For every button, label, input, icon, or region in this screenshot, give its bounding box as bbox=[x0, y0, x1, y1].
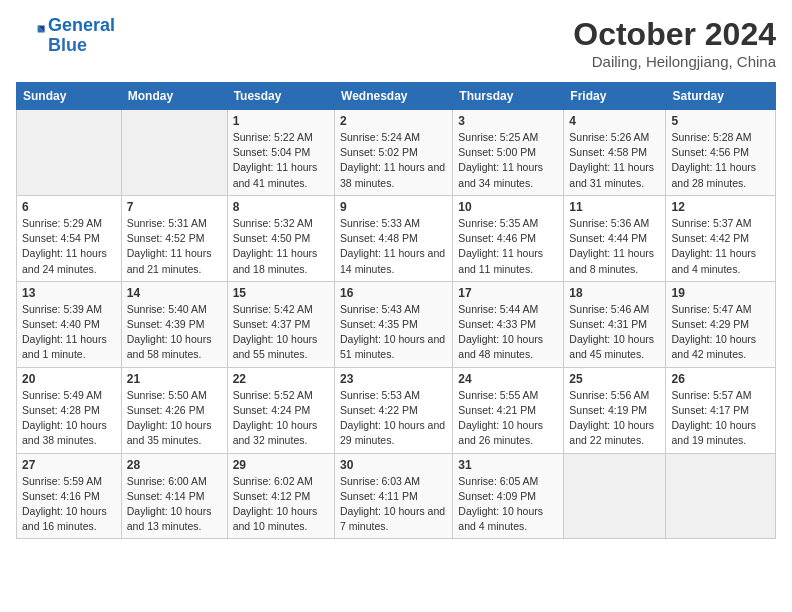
day-info: Sunrise: 5:36 AM Sunset: 4:44 PM Dayligh… bbox=[569, 216, 660, 277]
logo-icon bbox=[18, 20, 46, 48]
calendar-cell: 6Sunrise: 5:29 AM Sunset: 4:54 PM Daylig… bbox=[17, 195, 122, 281]
calendar-cell: 19Sunrise: 5:47 AM Sunset: 4:29 PM Dayli… bbox=[666, 281, 776, 367]
col-header-sunday: Sunday bbox=[17, 83, 122, 110]
day-info: Sunrise: 5:24 AM Sunset: 5:02 PM Dayligh… bbox=[340, 130, 447, 191]
calendar-cell: 27Sunrise: 5:59 AM Sunset: 4:16 PM Dayli… bbox=[17, 453, 122, 539]
calendar-cell: 20Sunrise: 5:49 AM Sunset: 4:28 PM Dayli… bbox=[17, 367, 122, 453]
day-number: 22 bbox=[233, 372, 329, 386]
day-number: 27 bbox=[22, 458, 116, 472]
calendar-cell: 8Sunrise: 5:32 AM Sunset: 4:50 PM Daylig… bbox=[227, 195, 334, 281]
calendar-week-row: 27Sunrise: 5:59 AM Sunset: 4:16 PM Dayli… bbox=[17, 453, 776, 539]
col-header-thursday: Thursday bbox=[453, 83, 564, 110]
day-number: 24 bbox=[458, 372, 558, 386]
day-number: 17 bbox=[458, 286, 558, 300]
day-number: 12 bbox=[671, 200, 770, 214]
day-info: Sunrise: 5:40 AM Sunset: 4:39 PM Dayligh… bbox=[127, 302, 222, 363]
calendar-cell: 13Sunrise: 5:39 AM Sunset: 4:40 PM Dayli… bbox=[17, 281, 122, 367]
day-info: Sunrise: 6:03 AM Sunset: 4:11 PM Dayligh… bbox=[340, 474, 447, 535]
logo-line2: Blue bbox=[48, 35, 87, 55]
day-info: Sunrise: 5:57 AM Sunset: 4:17 PM Dayligh… bbox=[671, 388, 770, 449]
day-number: 3 bbox=[458, 114, 558, 128]
day-number: 13 bbox=[22, 286, 116, 300]
page-header: General Blue October 2024 Dailing, Heilo… bbox=[16, 16, 776, 70]
day-info: Sunrise: 5:22 AM Sunset: 5:04 PM Dayligh… bbox=[233, 130, 329, 191]
col-header-wednesday: Wednesday bbox=[335, 83, 453, 110]
day-info: Sunrise: 5:25 AM Sunset: 5:00 PM Dayligh… bbox=[458, 130, 558, 191]
day-number: 8 bbox=[233, 200, 329, 214]
day-info: Sunrise: 6:02 AM Sunset: 4:12 PM Dayligh… bbox=[233, 474, 329, 535]
calendar-cell: 15Sunrise: 5:42 AM Sunset: 4:37 PM Dayli… bbox=[227, 281, 334, 367]
calendar-cell: 9Sunrise: 5:33 AM Sunset: 4:48 PM Daylig… bbox=[335, 195, 453, 281]
day-number: 31 bbox=[458, 458, 558, 472]
day-number: 2 bbox=[340, 114, 447, 128]
calendar-cell: 1Sunrise: 5:22 AM Sunset: 5:04 PM Daylig… bbox=[227, 110, 334, 196]
day-info: Sunrise: 5:52 AM Sunset: 4:24 PM Dayligh… bbox=[233, 388, 329, 449]
calendar-cell: 25Sunrise: 5:56 AM Sunset: 4:19 PM Dayli… bbox=[564, 367, 666, 453]
calendar-cell: 4Sunrise: 5:26 AM Sunset: 4:58 PM Daylig… bbox=[564, 110, 666, 196]
day-number: 6 bbox=[22, 200, 116, 214]
calendar-cell: 11Sunrise: 5:36 AM Sunset: 4:44 PM Dayli… bbox=[564, 195, 666, 281]
calendar-cell: 5Sunrise: 5:28 AM Sunset: 4:56 PM Daylig… bbox=[666, 110, 776, 196]
day-info: Sunrise: 5:55 AM Sunset: 4:21 PM Dayligh… bbox=[458, 388, 558, 449]
calendar-cell: 10Sunrise: 5:35 AM Sunset: 4:46 PM Dayli… bbox=[453, 195, 564, 281]
day-info: Sunrise: 5:43 AM Sunset: 4:35 PM Dayligh… bbox=[340, 302, 447, 363]
day-number: 1 bbox=[233, 114, 329, 128]
calendar-week-row: 6Sunrise: 5:29 AM Sunset: 4:54 PM Daylig… bbox=[17, 195, 776, 281]
calendar-cell bbox=[564, 453, 666, 539]
day-number: 7 bbox=[127, 200, 222, 214]
day-info: Sunrise: 5:59 AM Sunset: 4:16 PM Dayligh… bbox=[22, 474, 116, 535]
day-number: 21 bbox=[127, 372, 222, 386]
col-header-monday: Monday bbox=[121, 83, 227, 110]
col-header-saturday: Saturday bbox=[666, 83, 776, 110]
day-number: 10 bbox=[458, 200, 558, 214]
calendar-cell: 21Sunrise: 5:50 AM Sunset: 4:26 PM Dayli… bbox=[121, 367, 227, 453]
day-info: Sunrise: 6:05 AM Sunset: 4:09 PM Dayligh… bbox=[458, 474, 558, 535]
day-info: Sunrise: 5:50 AM Sunset: 4:26 PM Dayligh… bbox=[127, 388, 222, 449]
calendar-cell bbox=[121, 110, 227, 196]
day-number: 4 bbox=[569, 114, 660, 128]
day-info: Sunrise: 5:56 AM Sunset: 4:19 PM Dayligh… bbox=[569, 388, 660, 449]
calendar-cell: 14Sunrise: 5:40 AM Sunset: 4:39 PM Dayli… bbox=[121, 281, 227, 367]
logo-line1: General bbox=[48, 15, 115, 35]
calendar-cell: 30Sunrise: 6:03 AM Sunset: 4:11 PM Dayli… bbox=[335, 453, 453, 539]
day-number: 25 bbox=[569, 372, 660, 386]
calendar-cell: 2Sunrise: 5:24 AM Sunset: 5:02 PM Daylig… bbox=[335, 110, 453, 196]
calendar-cell: 31Sunrise: 6:05 AM Sunset: 4:09 PM Dayli… bbox=[453, 453, 564, 539]
calendar-cell bbox=[17, 110, 122, 196]
day-number: 15 bbox=[233, 286, 329, 300]
day-number: 23 bbox=[340, 372, 447, 386]
calendar-cell: 29Sunrise: 6:02 AM Sunset: 4:12 PM Dayli… bbox=[227, 453, 334, 539]
day-number: 9 bbox=[340, 200, 447, 214]
day-number: 20 bbox=[22, 372, 116, 386]
calendar-cell: 22Sunrise: 5:52 AM Sunset: 4:24 PM Dayli… bbox=[227, 367, 334, 453]
day-info: Sunrise: 5:37 AM Sunset: 4:42 PM Dayligh… bbox=[671, 216, 770, 277]
calendar-cell: 18Sunrise: 5:46 AM Sunset: 4:31 PM Dayli… bbox=[564, 281, 666, 367]
day-number: 26 bbox=[671, 372, 770, 386]
title-block: October 2024 Dailing, Heilongjiang, Chin… bbox=[573, 16, 776, 70]
calendar-header-row: SundayMondayTuesdayWednesdayThursdayFrid… bbox=[17, 83, 776, 110]
day-number: 14 bbox=[127, 286, 222, 300]
day-info: Sunrise: 5:44 AM Sunset: 4:33 PM Dayligh… bbox=[458, 302, 558, 363]
calendar-cell: 28Sunrise: 6:00 AM Sunset: 4:14 PM Dayli… bbox=[121, 453, 227, 539]
day-info: Sunrise: 6:00 AM Sunset: 4:14 PM Dayligh… bbox=[127, 474, 222, 535]
logo-text: General Blue bbox=[48, 16, 115, 56]
calendar-cell bbox=[666, 453, 776, 539]
day-number: 16 bbox=[340, 286, 447, 300]
col-header-tuesday: Tuesday bbox=[227, 83, 334, 110]
day-info: Sunrise: 5:47 AM Sunset: 4:29 PM Dayligh… bbox=[671, 302, 770, 363]
month-title: October 2024 bbox=[573, 16, 776, 53]
day-info: Sunrise: 5:53 AM Sunset: 4:22 PM Dayligh… bbox=[340, 388, 447, 449]
day-number: 29 bbox=[233, 458, 329, 472]
day-info: Sunrise: 5:29 AM Sunset: 4:54 PM Dayligh… bbox=[22, 216, 116, 277]
calendar-cell: 26Sunrise: 5:57 AM Sunset: 4:17 PM Dayli… bbox=[666, 367, 776, 453]
day-number: 18 bbox=[569, 286, 660, 300]
day-info: Sunrise: 5:39 AM Sunset: 4:40 PM Dayligh… bbox=[22, 302, 116, 363]
calendar-table: SundayMondayTuesdayWednesdayThursdayFrid… bbox=[16, 82, 776, 539]
calendar-cell: 17Sunrise: 5:44 AM Sunset: 4:33 PM Dayli… bbox=[453, 281, 564, 367]
calendar-week-row: 1Sunrise: 5:22 AM Sunset: 5:04 PM Daylig… bbox=[17, 110, 776, 196]
day-info: Sunrise: 5:33 AM Sunset: 4:48 PM Dayligh… bbox=[340, 216, 447, 277]
day-info: Sunrise: 5:42 AM Sunset: 4:37 PM Dayligh… bbox=[233, 302, 329, 363]
calendar-week-row: 20Sunrise: 5:49 AM Sunset: 4:28 PM Dayli… bbox=[17, 367, 776, 453]
day-info: Sunrise: 5:32 AM Sunset: 4:50 PM Dayligh… bbox=[233, 216, 329, 277]
day-info: Sunrise: 5:46 AM Sunset: 4:31 PM Dayligh… bbox=[569, 302, 660, 363]
